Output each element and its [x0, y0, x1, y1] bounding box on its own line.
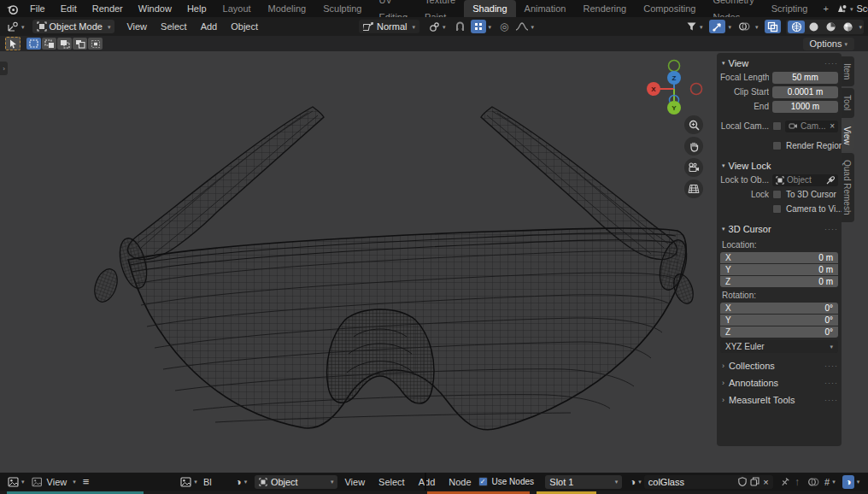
menu-help[interactable]: Help: [179, 0, 214, 17]
cursor-location-y[interactable]: Y0 m: [720, 264, 838, 275]
overlays-toggle[interactable]: [736, 20, 753, 33]
object-menu[interactable]: Object: [224, 21, 265, 32]
select-mode-intersect[interactable]: [88, 38, 103, 50]
image-editor-hamburger[interactable]: ≡: [83, 475, 90, 488]
material-browse-button[interactable]: ◑ ▾: [627, 475, 644, 489]
select-menu[interactable]: Select: [154, 21, 194, 32]
workspace-tab-compositing[interactable]: Compositing: [635, 0, 704, 17]
shader-view-menu[interactable]: View: [337, 477, 372, 487]
xray-toggle[interactable]: [765, 20, 781, 33]
scene-selector[interactable]: ▾: [836, 3, 853, 14]
blender-logo-icon[interactable]: [6, 3, 19, 15]
panel-menu-dots[interactable]: ····: [824, 225, 838, 233]
preview-shading-chevron[interactable]: ▾: [857, 479, 860, 485]
image-view-menu[interactable]: View: [43, 477, 71, 487]
editor-type-button[interactable]: ▾: [4, 20, 27, 33]
shader-select-menu[interactable]: Select: [372, 477, 412, 487]
section-view-header[interactable]: ▾ View ····: [720, 55, 838, 71]
pin-icon[interactable]: [780, 477, 789, 487]
shader-overlays-toggle[interactable]: [805, 475, 822, 489]
navigation-gizmo[interactable]: Z X Y: [644, 59, 704, 119]
cursor-location-z[interactable]: Z0 m: [720, 276, 838, 287]
focal-length-field[interactable]: 50 mm: [772, 72, 838, 84]
sidebar-tab-view[interactable]: View: [842, 120, 854, 152]
shader-editor-type-button[interactable]: ◑ ▾: [232, 475, 249, 489]
snap-toggle[interactable]: [452, 20, 468, 33]
shader-snap-dropdown[interactable]: # ▾: [822, 475, 838, 489]
shading-rendered-button[interactable]: [839, 21, 856, 33]
rotation-order-dropdown[interactable]: XYZ Euler ▾: [720, 340, 838, 353]
mode-dropdown[interactable]: Object Mode ▾: [32, 20, 115, 33]
image-editor-type-button[interactable]: ▾: [5, 475, 27, 489]
section-measureit-tools[interactable]: › MeasureIt Tools ····: [720, 391, 838, 409]
material-name-field[interactable]: colGlass ×: [644, 475, 773, 489]
local-camera-checkbox[interactable]: [772, 121, 782, 131]
panel-menu-dots[interactable]: ····: [824, 379, 838, 387]
proportional-falloff-dropdown[interactable]: ▾: [513, 20, 537, 33]
slot-dropdown[interactable]: Slot 1 ▾: [545, 475, 622, 489]
shading-material-button[interactable]: [822, 21, 839, 33]
section-3d-cursor-header[interactable]: ▾ 3D Cursor ····: [720, 221, 838, 237]
shading-solid-button[interactable]: [805, 21, 822, 33]
panel-menu-dots[interactable]: ····: [824, 396, 838, 404]
cursor-rotation-z[interactable]: Z0°: [720, 326, 838, 338]
filter-dropdown[interactable]: ▾: [683, 20, 706, 33]
clip-end-field[interactable]: 1000 m: [772, 101, 838, 113]
wireframe-sunglasses-model[interactable]: [0, 51, 718, 473]
sidebar-tab-tool[interactable]: Tool: [842, 88, 854, 117]
add-menu[interactable]: Add: [194, 21, 225, 32]
scene-name[interactable]: Scene: [856, 3, 868, 14]
cursor-location-x[interactable]: X0 m: [720, 252, 838, 263]
panel-menu-dots[interactable]: ····: [824, 362, 838, 370]
shader-type-dropdown[interactable]: Object ▾: [255, 475, 338, 489]
add-workspace-button[interactable]: +: [816, 3, 835, 14]
zoom-button[interactable]: [684, 115, 703, 134]
section-annotations[interactable]: › Annotations ····: [720, 374, 838, 391]
image-name[interactable]: Bl: [203, 477, 212, 487]
camera-view-button[interactable]: [684, 158, 703, 177]
shading-wireframe-button[interactable]: [788, 21, 805, 33]
toggle-perspective-button[interactable]: [684, 179, 703, 198]
workspace-tab-shading[interactable]: Shading: [464, 0, 515, 17]
shading-dropdown-chevron[interactable]: ▾: [859, 24, 862, 30]
eyedropper-icon[interactable]: [826, 176, 835, 185]
copy-material-icon[interactable]: [750, 477, 760, 486]
shader-add-menu[interactable]: Add: [412, 477, 443, 487]
workspace-tab-rendering[interactable]: Rendering: [574, 0, 635, 17]
workspace-tab-modeling[interactable]: Modeling: [260, 0, 315, 17]
workspace-tab-scripting[interactable]: Scripting: [763, 0, 817, 17]
gizmos-chevron[interactable]: ▾: [728, 24, 731, 30]
unlink-material-icon[interactable]: ×: [763, 477, 768, 487]
viewport[interactable]: ›: [0, 51, 868, 473]
menu-render[interactable]: Render: [85, 0, 131, 17]
clear-camera-icon[interactable]: ×: [830, 121, 835, 131]
menu-edit[interactable]: Edit: [53, 0, 85, 17]
active-tool-tweak[interactable]: [5, 37, 21, 50]
editor-divider[interactable]: [425, 473, 426, 491]
section-collections[interactable]: › Collections ····: [720, 357, 838, 374]
lock-to-object-field[interactable]: Object: [772, 174, 838, 186]
section-view-lock-header[interactable]: ▾ View Lock: [720, 157, 838, 173]
image-browse-button[interactable]: ▾: [178, 475, 200, 489]
pan-button[interactable]: [684, 137, 703, 156]
proportional-editing-toggle[interactable]: ◎: [500, 21, 508, 32]
snap-target-chevron[interactable]: ▾: [489, 24, 492, 30]
use-nodes-checkbox[interactable]: ✓: [478, 477, 488, 486]
go-to-parent-node-button[interactable]: ↑: [789, 476, 805, 488]
clip-start-field[interactable]: 0.0001 m: [772, 86, 838, 98]
shader-node-menu[interactable]: Node: [442, 477, 478, 487]
panel-menu-dots[interactable]: ····: [824, 59, 838, 68]
lock-to-3d-cursor-checkbox[interactable]: [772, 190, 782, 199]
camera-to-view-checkbox[interactable]: [772, 204, 782, 214]
local-camera-field[interactable]: Cam... ×: [785, 121, 838, 132]
render-region-checkbox[interactable]: [772, 141, 782, 150]
overlays-chevron[interactable]: ▾: [755, 24, 759, 30]
menu-file[interactable]: File: [22, 0, 53, 17]
snap-target-dropdown[interactable]: [471, 20, 486, 33]
transform-orientation-dropdown[interactable]: Normal ▾: [359, 20, 419, 33]
select-mode-new[interactable]: [26, 38, 41, 50]
select-mode-invert[interactable]: [73, 38, 87, 50]
sidebar-tab-item[interactable]: Item: [842, 56, 854, 86]
cursor-rotation-y[interactable]: Y0°: [720, 315, 838, 326]
pivot-point-dropdown[interactable]: ▾: [426, 20, 449, 33]
